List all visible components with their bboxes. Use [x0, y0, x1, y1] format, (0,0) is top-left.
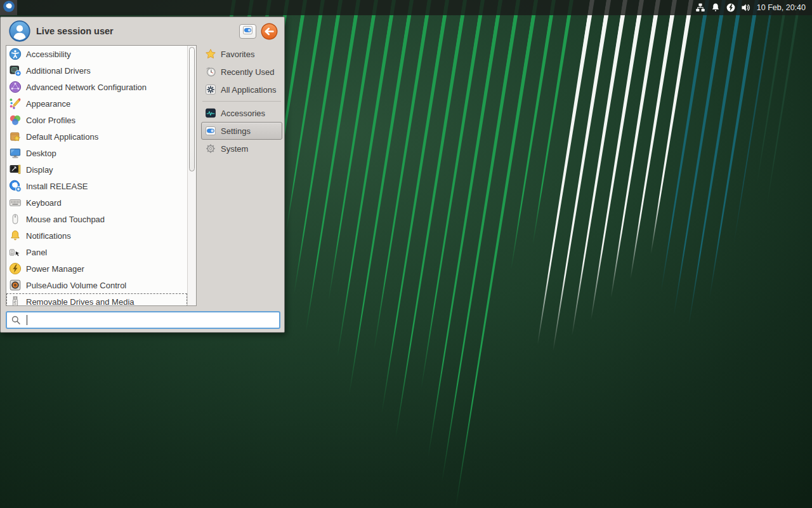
tray-notifications-icon[interactable]	[710, 3, 721, 13]
category-label: Settings	[221, 126, 251, 136]
wallpaper-streak	[347, 0, 417, 395]
install-release-icon	[9, 180, 22, 192]
pulseaudio-volume-control-icon	[9, 279, 22, 291]
wallpaper-streak	[454, 0, 542, 508]
wallpaper-streak	[531, 0, 578, 244]
app-item-label: Power Manager	[26, 264, 84, 274]
xubuntu-logo-icon	[3, 0, 15, 15]
user-name: Live session user	[36, 26, 114, 36]
notifications-icon	[9, 229, 22, 242]
menu-header: Live session user	[1, 17, 284, 45]
category-system[interactable]: System	[201, 140, 282, 157]
app-item-label: Notifications	[26, 231, 71, 241]
wallpaper-streak	[733, 0, 778, 244]
category-list: FavoritesRecently UsedAll ApplicationsAc…	[201, 45, 282, 157]
search-input[interactable]	[6, 311, 280, 329]
scrollbar-track[interactable]	[187, 46, 196, 305]
text-caret	[27, 315, 27, 325]
panel-clock[interactable]: 10 Feb, 20:40	[757, 3, 806, 12]
tray-volume-icon[interactable]	[741, 3, 752, 13]
wallpaper-streak	[380, 0, 454, 414]
panel-icon	[9, 246, 22, 258]
keyboard-icon	[9, 196, 22, 209]
app-item-label: PulseAudio Volume Control	[26, 281, 126, 290]
application-list: AccessibilityAdditional DriversAdvanced …	[6, 45, 197, 306]
favorites-icon	[205, 48, 216, 60]
app-item-power-manager[interactable]: Power Manager	[6, 260, 187, 277]
category-all-applications[interactable]: All Applications	[201, 81, 282, 98]
category-favorites[interactable]: Favorites	[201, 45, 282, 63]
app-item-label: Removable Drives and Media	[26, 297, 134, 307]
system-icon	[205, 143, 216, 154]
tray-network-icon[interactable]	[695, 3, 706, 13]
accessories-icon	[205, 107, 216, 119]
app-item-desktop[interactable]: Desktop	[6, 145, 187, 161]
wallpaper-streak	[765, 0, 805, 207]
app-item-mouse-and-touchpad[interactable]: Mouse and Touchpad	[6, 211, 187, 227]
user-avatar-icon	[9, 20, 30, 42]
top-panel: 10 Feb, 20:40	[0, 0, 812, 15]
app-item-label: Appearance	[26, 99, 70, 109]
app-item-advanced-network-configuration[interactable]: Advanced Network Configuration	[6, 79, 187, 95]
settings-icon	[205, 125, 216, 137]
app-item-notifications[interactable]: Notifications	[6, 227, 187, 244]
app-item-label: Accessibility	[26, 50, 71, 59]
default-applications-icon	[9, 130, 22, 143]
app-item-label: Mouse and Touchpad	[26, 215, 105, 224]
category-accessories[interactable]: Accessories	[201, 104, 282, 122]
all-applications-icon	[205, 84, 216, 95]
app-item-label: Additional Drivers	[26, 66, 91, 76]
app-item-label: Install RELEASE	[26, 182, 88, 191]
advanced-network-configuration-icon	[9, 81, 22, 93]
app-item-pulseaudio-volume-control[interactable]: PulseAudio Volume Control	[6, 277, 187, 293]
app-item-label: Advanced Network Configuration	[26, 83, 147, 92]
category-label: Favorites	[221, 50, 254, 59]
system-tray	[695, 3, 752, 13]
app-item-label: Color Profiles	[26, 116, 75, 125]
all-settings-button[interactable]	[239, 24, 256, 39]
category-label: Accessories	[221, 109, 265, 118]
recently-used-icon	[205, 66, 216, 77]
app-item-install-release[interactable]: Install RELEASE	[6, 178, 187, 194]
whisker-menu-button[interactable]	[0, 0, 17, 15]
search-icon	[11, 315, 22, 326]
category-recently-used[interactable]: Recently Used	[201, 63, 282, 81]
app-item-display[interactable]: Display	[6, 161, 187, 178]
app-item-label: Default Applications	[26, 132, 98, 142]
accessibility-icon	[9, 48, 22, 60]
mouse-and-touchpad-icon	[9, 213, 22, 225]
app-item-panel[interactable]: Panel	[6, 244, 187, 260]
wallpaper-streak	[755, 0, 792, 188]
desktop-icon	[9, 147, 22, 159]
app-item-removable-drives-and-media[interactable]: Removable Drives and Media	[6, 293, 187, 306]
category-label: System	[221, 144, 248, 154]
wallpaper-streak	[509, 0, 560, 270]
log-out-icon	[261, 32, 278, 42]
category-label: Recently Used	[221, 67, 275, 77]
app-item-accessibility[interactable]: Accessibility	[6, 46, 187, 62]
power-manager-icon	[9, 262, 22, 275]
settings-toggle-icon	[242, 25, 254, 37]
app-item-color-profiles[interactable]: Color Profiles	[6, 112, 187, 128]
log-out-button[interactable]	[261, 23, 278, 40]
app-item-label: Desktop	[26, 149, 56, 158]
app-item-additional-drivers[interactable]: Additional Drivers	[6, 62, 187, 79]
scrollbar-thumb[interactable]	[189, 47, 195, 171]
removable-drives-and-media-icon	[9, 295, 22, 306]
category-separator	[202, 101, 281, 102]
app-item-label: Keyboard	[26, 198, 62, 208]
app-item-label: Display	[26, 165, 53, 175]
app-item-keyboard[interactable]: Keyboard	[6, 194, 187, 211]
app-item-default-applications[interactable]: Default Applications	[6, 128, 187, 145]
whisker-menu: Live session user AccessibilityAdditiona…	[0, 17, 285, 333]
app-item-label: Panel	[26, 248, 47, 257]
display-icon	[9, 163, 22, 176]
category-label: All Applications	[221, 85, 276, 95]
app-item-appearance[interactable]: Appearance	[6, 95, 187, 112]
color-profiles-icon	[9, 114, 22, 126]
wallpaper-streak	[426, 0, 507, 458]
additional-drivers-icon	[9, 64, 22, 77]
tray-power-manager-icon[interactable]	[726, 3, 737, 13]
category-settings[interactable]: Settings	[201, 122, 282, 140]
appearance-icon	[9, 97, 22, 110]
